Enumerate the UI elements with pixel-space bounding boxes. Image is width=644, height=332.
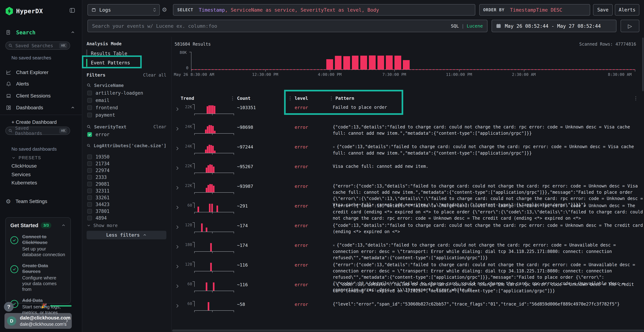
saved-searches-input[interactable]: Saved Searches ⌘K: [5, 42, 70, 50]
get-started-step-sources[interactable]: Create Data Sources Configure where your…: [10, 263, 66, 292]
pattern-row[interactable]: 180~174error×{"code":13,"details":"faile…: [172, 241, 644, 259]
filter-option[interactable]: frontend: [86, 104, 166, 111]
x-axis-label: 4:00:00 PM: [318, 72, 342, 77]
search-input[interactable]: Search your events w/ Lucene ex. column:…: [88, 20, 488, 32]
sidebar-collapse-icon[interactable]: [69, 7, 76, 14]
filter-option[interactable]: 29081: [86, 181, 166, 188]
pattern-row[interactable]: 24K~97244error×{"code":13,"details":"fai…: [172, 142, 644, 161]
filter-option[interactable]: 2333: [86, 174, 166, 181]
run-query-button[interactable]: ▷: [620, 20, 639, 32]
drag-handle-icon[interactable]: [232, 96, 233, 101]
mode-event-patterns[interactable]: Event Patterns: [86, 59, 147, 67]
mode-results-table[interactable]: Results Table: [86, 50, 147, 58]
checkbox[interactable]: [87, 188, 92, 193]
pattern-row[interactable]: 24K~98698error{"code":13,"details":"fail…: [172, 123, 644, 141]
horizontal-scrollbar[interactable]: [172, 330, 644, 332]
pattern-row[interactable]: 22K~95267errorVisa cache full: cannot ad…: [172, 162, 644, 180]
filter-option[interactable]: 34423: [86, 201, 166, 208]
filter-option[interactable]: email: [86, 96, 166, 104]
date-range-picker[interactable]: May 26 08:52:44 - May 27 08:52:44: [492, 20, 616, 32]
filter-option[interactable]: 19350: [86, 154, 166, 160]
search-icon[interactable]: [86, 143, 91, 148]
results-histogram[interactable]: [191, 52, 635, 70]
search-icon[interactable]: [86, 83, 91, 88]
pattern-row[interactable]: 120~174error{"code":13,"details":"failed…: [172, 221, 644, 240]
sidebar-item-search[interactable]: Search: [0, 28, 82, 36]
search-icon[interactable]: [86, 124, 91, 129]
vertical-scrollbar[interactable]: [642, 38, 644, 91]
help-button[interactable]: ?: [4, 302, 14, 312]
dismiss-x-icon[interactable]: ×: [333, 145, 335, 149]
logo[interactable]: HyperDX: [5, 6, 43, 16]
checkbox[interactable]: [87, 216, 92, 220]
sidebar-item-chart-explorer[interactable]: Chart Explorer: [0, 68, 82, 76]
alerts-button[interactable]: Alerts: [615, 4, 639, 16]
filter-option[interactable]: 37801: [86, 208, 166, 215]
sql-toggle[interactable]: SQL: [451, 24, 459, 28]
get-started-step-connect[interactable]: Connect to ClickHouse Set up your databa…: [10, 234, 66, 258]
pattern-row[interactable]: 60~116error×{"code":13,"details":"failed…: [172, 280, 644, 298]
chevron-up-icon[interactable]: [70, 105, 75, 110]
checkbox[interactable]: [87, 91, 92, 95]
checkbox[interactable]: [87, 202, 92, 207]
presets-toggle[interactable]: PRESETS: [12, 155, 41, 160]
checkbox[interactable]: [87, 132, 92, 137]
sidebar: HyperDX Search Saved Searches ⌘K No save…: [0, 0, 82, 332]
preset-kubernetes[interactable]: Kubernetes: [12, 180, 37, 186]
pattern-row[interactable]: 60~58error{"level":"error","span_id":"53…: [172, 300, 644, 318]
pattern-row[interactable]: 60~291error{"error":{"code":13,"details"…: [172, 202, 644, 220]
sidebar-item-alerts[interactable]: Alerts: [0, 80, 82, 88]
clear-all-link[interactable]: Clear all: [143, 72, 166, 78]
source-select-value: Logs: [99, 7, 111, 13]
preset-clickhouse[interactable]: ClickHouse: [12, 163, 37, 169]
lucene-toggle[interactable]: Lucene: [467, 24, 483, 28]
checkbox[interactable]: [87, 209, 92, 214]
checkbox[interactable]: [87, 154, 92, 159]
filter-option[interactable]: 4894: [86, 215, 166, 222]
dismiss-x-icon[interactable]: ×: [333, 282, 335, 287]
chevron-up-icon[interactable]: [70, 30, 75, 35]
checkbox[interactable]: [87, 168, 92, 173]
checkbox[interactable]: [87, 105, 92, 110]
drag-handle-icon[interactable]: [331, 96, 332, 101]
saved-dashboards-input[interactable]: Saved Dashboards ⌘K: [5, 127, 70, 135]
order-by-input[interactable]: ORDER BY TimestampTime DESC: [479, 4, 590, 16]
show-more-link[interactable]: Show more: [86, 222, 166, 229]
chevron-up-icon[interactable]: [61, 223, 66, 228]
filter-option[interactable]: 32311: [86, 188, 166, 194]
checkbox[interactable]: [87, 195, 92, 200]
checkbox[interactable]: [87, 161, 92, 166]
source-select[interactable]: Logs: [88, 4, 160, 16]
sidebar-item-client-sessions[interactable]: Client Sessions: [0, 92, 82, 100]
pattern-row[interactable]: 120~116error{"error":{"code":13,"details…: [172, 261, 644, 279]
dismiss-x-icon[interactable]: ×: [333, 243, 335, 248]
sidebar-item-dashboards[interactable]: Dashboards: [0, 104, 82, 112]
filter-option[interactable]: error: [86, 131, 166, 138]
no-saved-dashboards-text: No saved dashboards: [12, 146, 57, 152]
drag-handle-icon[interactable]: [290, 96, 290, 101]
sparkline-bar: [212, 146, 214, 153]
sidebar-item-team-settings[interactable]: ⚙ Team Settings: [0, 197, 82, 206]
sparkline-bar: [213, 186, 214, 192]
clear-group-link[interactable]: Clear: [154, 124, 166, 129]
user-menu[interactable]: D dale@clickhouse.com dale@clickhouse.co…: [4, 313, 72, 329]
select-clause-input[interactable]: SELECT Timestamp, ServiceName as service…: [173, 4, 475, 16]
preset-services[interactable]: Services: [12, 172, 30, 178]
table-options-icon[interactable]: [636, 96, 636, 101]
create-dashboard-button[interactable]: + Create Dashboard: [0, 118, 82, 126]
filter-option[interactable]: 21734: [86, 160, 166, 167]
filter-option[interactable]: payment: [86, 111, 166, 118]
sparkline-bar: [206, 168, 207, 172]
checkbox[interactable]: [87, 98, 92, 103]
source-settings-gear-icon[interactable]: ⚙: [162, 7, 167, 12]
filter-option[interactable]: artillery-loadgen: [86, 89, 166, 96]
checkbox[interactable]: [87, 113, 92, 117]
save-button[interactable]: Save: [593, 4, 613, 16]
checkbox[interactable]: [87, 175, 92, 180]
checkbox[interactable]: [87, 182, 92, 186]
pattern-row[interactable]: 22K~103351errorFailed to place order: [172, 103, 644, 122]
less-filters-button[interactable]: Less filters: [86, 231, 166, 239]
filter-option[interactable]: 33261: [86, 194, 166, 201]
filter-option[interactable]: 22974: [86, 167, 166, 174]
pattern-row[interactable]: 22K~93987error{"error":{"code":13,"detai…: [172, 182, 644, 200]
